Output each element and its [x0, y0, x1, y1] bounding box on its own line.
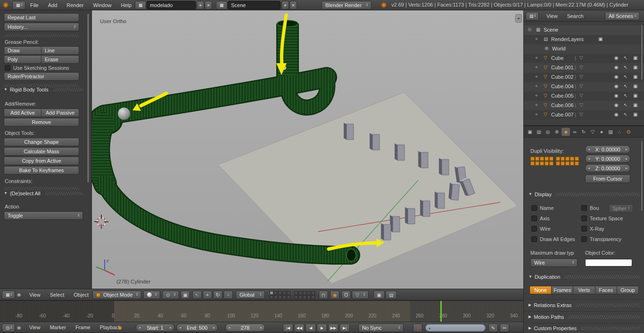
object-name[interactable]: Cube.001	[551, 65, 574, 70]
outliner-row-cube[interactable]: + ▽ Cube.001 | ▽ ◉ ↖ ▣	[524, 63, 644, 73]
expand-icon[interactable]: +	[535, 74, 538, 79]
bounds-type-select[interactable]: Spher ⇕	[609, 204, 633, 213]
domino[interactable]	[395, 143, 405, 160]
sketching-sessions-checkbox[interactable]	[5, 65, 10, 71]
render-camera-icon[interactable]: ▣	[633, 65, 637, 70]
tab-material[interactable]: ●	[597, 128, 606, 136]
visibility-eye-icon[interactable]: ◉	[614, 102, 619, 108]
selectable-cursor-icon[interactable]: ↖	[624, 65, 627, 70]
render-camera-icon[interactable]: ▣	[633, 74, 637, 79]
domino[interactable]	[390, 215, 400, 232]
menu-window[interactable]: Window	[88, 2, 116, 8]
menu-help[interactable]: Help	[116, 2, 137, 8]
tab-constraints[interactable]: ∞	[570, 128, 579, 136]
visibility-eye-icon[interactable]: ◉	[614, 93, 619, 98]
outliner-row-cube[interactable]: + ▽ Cube.004 | ▽ ◉ ↖ ▣	[524, 82, 644, 92]
tab-texture[interactable]: ▨	[606, 128, 615, 136]
menu-frame[interactable]: Frame	[71, 325, 95, 330]
proportional-edit-toggle[interactable]: ◉	[330, 291, 339, 299]
transform-orientation-select[interactable]: Global ⇕	[236, 291, 265, 299]
add-layout-button[interactable]: +	[197, 1, 204, 9]
menu-add[interactable]: Add	[43, 2, 62, 8]
tool-shelf-scrollbar[interactable]	[87, 13, 90, 183]
duplication-group-button[interactable]: Group	[617, 286, 639, 294]
gp-draw-button[interactable]: Draw	[4, 46, 41, 55]
menu-object[interactable]: Object	[69, 292, 93, 298]
repeat-last-button[interactable]: Repeat Last	[4, 13, 79, 22]
outliner-row-scene[interactable]: ⊖ ▦ Scene	[524, 25, 644, 35]
open-properties-region-button[interactable]: +	[515, 14, 522, 23]
viewport-shading-select[interactable]: ⇕	[143, 291, 160, 299]
dupli-x-field[interactable]: ◂ X: 0.00000 ▸	[585, 145, 630, 153]
outliner-row-cube[interactable]: + ▽ Cube | ▽ ◉ ↖ ▣	[524, 54, 644, 63]
menu-marker[interactable]: Marker	[45, 325, 71, 330]
increment-arrow[interactable]: ▸	[626, 148, 627, 151]
opengl-render-button[interactable]: ▣	[373, 291, 385, 299]
duplication-panel-header[interactable]: ▼ Duplication	[528, 274, 640, 280]
add-active-button[interactable]: Add Active	[4, 108, 41, 117]
ball-sphere[interactable]	[118, 108, 130, 120]
display-panel-header[interactable]: ▼ Display	[528, 191, 640, 197]
delete-layout-button[interactable]: ×	[205, 1, 212, 9]
remove-button[interactable]: Remove	[4, 118, 79, 126]
expand-icon[interactable]: +	[535, 36, 538, 42]
tab-modifiers[interactable]: ↻	[579, 128, 588, 136]
mode-select[interactable]: Object Mode ⇕	[92, 291, 141, 299]
scene-browse-button[interactable]: ▦	[216, 1, 227, 9]
tab-particles[interactable]: ∴	[615, 128, 624, 136]
visibility-eye-icon[interactable]: ◉	[614, 74, 619, 79]
outliner-row-world[interactable]: ⊕ World	[524, 44, 644, 54]
layers-grid-2[interactable]	[294, 291, 315, 299]
record-button[interactable]: ●	[413, 324, 422, 332]
item-name[interactable]: RenderLayers	[551, 36, 584, 42]
outliner-scrollbar[interactable]	[641, 25, 643, 80]
max-draw-type-select[interactable]: Wire ⇕	[530, 258, 578, 267]
keying-set-field[interactable]: ●	[425, 324, 486, 332]
rigid-body-tools-header[interactable]: ▼ Rigid Body Tools	[4, 87, 83, 92]
display-draw-all-edges-checkbox[interactable]	[531, 236, 537, 242]
scene-name-field[interactable]: Scene	[228, 1, 281, 9]
tab-world[interactable]: ⊕	[553, 128, 561, 136]
properties-scrollbar[interactable]	[641, 141, 643, 211]
object-name[interactable]: Cube.004	[551, 83, 574, 89]
outliner-row-cube[interactable]: + ▽ Cube.006 | ▽ ◉ ↖ ▣	[524, 101, 644, 110]
play-button[interactable]: ▶	[317, 324, 327, 332]
display-wire-checkbox[interactable]	[531, 226, 537, 232]
render-camera-icon[interactable]: ▣	[633, 83, 637, 89]
duplication-frames-button[interactable]: Frames	[552, 286, 573, 294]
custom-properties-panel-header[interactable]: ▶ Custom Properties	[528, 325, 640, 331]
preview-range-icon[interactable]: ◉	[118, 325, 122, 330]
domino[interactable]	[381, 223, 391, 240]
action-toggle-select[interactable]: Toggle⇕	[4, 211, 83, 220]
menu-select[interactable]: Select	[45, 292, 69, 298]
bake-to-keyframes-button[interactable]: Bake To Keyframes	[4, 166, 79, 175]
visibility-eye-icon[interactable]: ◉	[614, 55, 619, 60]
visibility-eye-icon[interactable]: ◉	[614, 83, 619, 89]
from-cursor-button[interactable]: From Cursor	[585, 175, 630, 183]
add-passive-button[interactable]: Add Passive	[41, 108, 79, 117]
pivot-align-toggle[interactable]: ▣	[181, 291, 190, 299]
domino[interactable]	[344, 122, 354, 140]
opengl-render-anim-button[interactable]: ▤	[386, 291, 397, 299]
selectable-cursor-icon[interactable]: ↖	[624, 102, 627, 108]
render-camera-icon[interactable]: ▣	[633, 93, 637, 98]
domino[interactable]	[420, 199, 430, 216]
domino[interactable]	[439, 158, 449, 175]
display-texture-space-checkbox[interactable]	[581, 216, 587, 221]
delete-scene-button[interactable]: ×	[289, 1, 297, 9]
tab-render-layers[interactable]: ▤	[535, 128, 543, 136]
expand-icon[interactable]: +	[535, 102, 538, 108]
relations-extras-panel-header[interactable]: ▶ Relations Extras	[528, 302, 640, 308]
collapse-icon[interactable]: ⊖	[528, 27, 531, 32]
end-frame-field[interactable]: ◂ End: 500 ▸	[176, 324, 218, 332]
render-engine-select[interactable]: Blender Render ⇕	[322, 1, 372, 9]
play-reverse-button[interactable]: ◀	[305, 324, 316, 332]
object-name[interactable]: Cube.007	[551, 112, 574, 117]
expand-icon[interactable]: +	[535, 55, 538, 60]
display-axis-checkbox[interactable]	[531, 216, 537, 221]
menu-view[interactable]: View	[542, 13, 562, 19]
outliner-row-cube[interactable]: + ▽ Cube.005 | ▽ ◉ ↖ ▣	[524, 92, 644, 101]
duplication-faces-button[interactable]: Faces	[595, 286, 617, 294]
menu-view[interactable]: View	[25, 325, 45, 330]
current-frame-field[interactable]: ◂ 278 ▸	[225, 324, 265, 332]
